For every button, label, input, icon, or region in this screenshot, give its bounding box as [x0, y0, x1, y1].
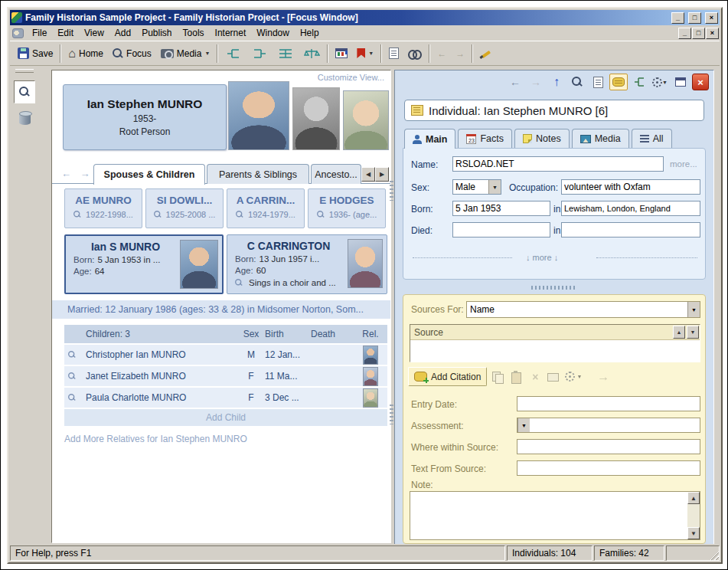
add-child-button[interactable]: Add Child: [64, 408, 387, 426]
paste-citation-icon[interactable]: [510, 371, 524, 383]
root-person-box[interactable]: Ian Stephen MUNRO 1953- Root Person: [63, 84, 227, 150]
couple-photo[interactable]: [348, 239, 383, 288]
menu-publish[interactable]: Publish: [136, 26, 177, 41]
close-button[interactable]: ×: [705, 12, 718, 24]
died-date-input[interactable]: [452, 222, 550, 238]
descendants-diagram-button[interactable]: [220, 43, 246, 64]
tab-nav-arrows-icon[interactable]: ← →: [61, 168, 93, 179]
move-up-button[interactable]: ▲: [673, 326, 685, 339]
photo-ian-munro[interactable]: [228, 81, 289, 150]
menu-tools[interactable]: Tools: [178, 26, 210, 41]
menu-add[interactable]: Add: [109, 26, 136, 41]
minimize-button[interactable]: _: [671, 12, 684, 24]
ancestors-diagram-button[interactable]: [246, 43, 273, 64]
scroll-down-button[interactable]: ▼: [687, 527, 700, 539]
options-button[interactable]: ▼: [651, 74, 669, 90]
combine-citation-icon[interactable]: [547, 371, 560, 383]
note-scrollbar[interactable]: ▲ ▼: [687, 492, 700, 539]
entry-date-input[interactable]: [517, 396, 700, 411]
menu-file[interactable]: File: [27, 26, 52, 41]
tab-parents-siblings[interactable]: Parents & Siblings: [207, 164, 309, 184]
search-button[interactable]: [403, 43, 426, 64]
where-within-source-input[interactable]: [517, 439, 700, 454]
col-death[interactable]: Death: [311, 329, 354, 339]
photo-child[interactable]: [343, 90, 389, 150]
died-place-input[interactable]: [561, 222, 700, 238]
focus-window-rail-button[interactable]: [14, 80, 35, 103]
tab-facts[interactable]: 23 Facts: [458, 129, 512, 148]
col-rel[interactable]: Rel.: [354, 329, 387, 339]
save-button[interactable]: Save: [13, 43, 57, 64]
relative-box-e-hodges[interactable]: E HODGES 1936- (age...: [308, 188, 386, 228]
customize-view-link[interactable]: Customize View...: [318, 73, 384, 82]
relative-box-a-carrington[interactable]: A CARRIN... 1924-1979...: [227, 188, 305, 228]
move-down-button[interactable]: ▼: [687, 326, 699, 339]
sign-button[interactable]: [475, 43, 496, 64]
home-button[interactable]: ⌂ Home: [64, 43, 108, 64]
note-textarea[interactable]: ▲ ▼: [410, 491, 700, 540]
panel-splitter-grip[interactable]: [531, 286, 577, 290]
record-window-button[interactable]: [589, 74, 607, 90]
dropdown-arrow-icon[interactable]: ▼: [517, 418, 530, 432]
delete-citation-icon[interactable]: ×: [528, 371, 542, 383]
col-birth[interactable]: Birth: [265, 329, 311, 339]
parent-record-icon[interactable]: ↑: [553, 75, 560, 89]
menu-view[interactable]: View: [79, 26, 109, 41]
col-children[interactable]: Children: 3: [83, 329, 237, 339]
focus-window-menu-icon[interactable]: [12, 28, 24, 38]
add-more-relatives-link[interactable]: Add More Relatives for Ian Stephen MUNRO: [64, 434, 247, 444]
col-sex[interactable]: Sex: [237, 329, 265, 339]
nav-forward-button[interactable]: →: [527, 74, 545, 90]
ancestors-descendants-button[interactable]: [273, 43, 299, 64]
detach-window-button[interactable]: [671, 74, 690, 90]
mdi-minimize-button[interactable]: _: [678, 28, 691, 39]
tab-all[interactable]: All: [632, 129, 672, 148]
table-row[interactable]: Paula Charlotte MUNRO F 3 Dec ...: [64, 386, 387, 408]
bookmark-button[interactable]: ▼: [352, 43, 378, 64]
goto-source-icon[interactable]: →: [597, 371, 609, 383]
menu-window[interactable]: Window: [251, 26, 295, 41]
relative-box-ae-munro[interactable]: AE MUNRO 1922-1998...: [64, 188, 142, 228]
tab-ancestors[interactable]: Ancesto...: [311, 164, 361, 184]
resize-grip[interactable]: [709, 550, 719, 560]
tab-main[interactable]: Main: [404, 129, 455, 149]
show-more-fields-link[interactable]: ↓ more ↓: [526, 253, 558, 262]
dropdown-arrow-icon[interactable]: ▼: [488, 180, 501, 194]
nav-back-button[interactable]: ←: [506, 74, 524, 90]
citation-options-button[interactable]: ▼: [565, 371, 582, 383]
history-back-button[interactable]: ←: [433, 43, 451, 64]
tab-spouses-children[interactable]: Spouses & Children: [93, 164, 205, 185]
table-row[interactable]: Christopher Ian MUNRO M 12 Jan...: [64, 343, 387, 365]
media-button[interactable]: Media ▼: [156, 43, 215, 64]
tab-notes[interactable]: Notes: [514, 129, 570, 148]
records-rail-button[interactable]: [14, 106, 35, 129]
rail-grip[interactable]: [15, 69, 34, 73]
tab-scroll-right-button[interactable]: ▶: [375, 167, 389, 182]
couple-photo[interactable]: [180, 240, 218, 289]
name-input[interactable]: [452, 156, 664, 172]
copy-citation-icon[interactable]: [491, 371, 505, 383]
sources-for-select[interactable]: Name ▼: [466, 301, 700, 318]
photo-boy-bw[interactable]: [292, 87, 340, 150]
mdi-restore-button[interactable]: □: [692, 28, 705, 39]
pane-splitter-grip[interactable]: [390, 181, 393, 201]
tab-scroll-left-button[interactable]: ◀: [361, 167, 375, 182]
tree-view-button[interactable]: [630, 74, 648, 90]
source-citation-list[interactable]: Source ▲ ▼: [410, 324, 700, 362]
table-row[interactable]: Janet Elizabeth MUNRO F 11 Ma...: [64, 365, 387, 386]
add-citation-button[interactable]: Add Citation: [408, 367, 487, 386]
dropdown-arrow-icon[interactable]: ▼: [687, 302, 700, 317]
name-more-link[interactable]: more...: [670, 159, 697, 169]
scroll-up-button[interactable]: ▲: [687, 492, 700, 504]
tab-media[interactable]: Media: [572, 129, 629, 148]
property-box-close-button[interactable]: ×: [692, 74, 709, 90]
pane-splitter-grip[interactable]: [390, 405, 393, 424]
couple-box-c-carrington[interactable]: C CARRINGTON Born:13 Jun 1957 i... Age:6…: [227, 234, 387, 294]
assessment-select[interactable]: ▼: [517, 418, 700, 433]
focus-button[interactable]: Focus: [108, 43, 156, 64]
couple-box-ian-munro[interactable]: Ian S MUNRO Born:5 Jan 1953 in ... Age:6…: [64, 234, 224, 294]
menu-help[interactable]: Help: [295, 26, 325, 41]
born-place-input[interactable]: [561, 201, 700, 216]
menu-internet[interactable]: Internet: [210, 26, 252, 41]
report-button[interactable]: [384, 43, 403, 64]
